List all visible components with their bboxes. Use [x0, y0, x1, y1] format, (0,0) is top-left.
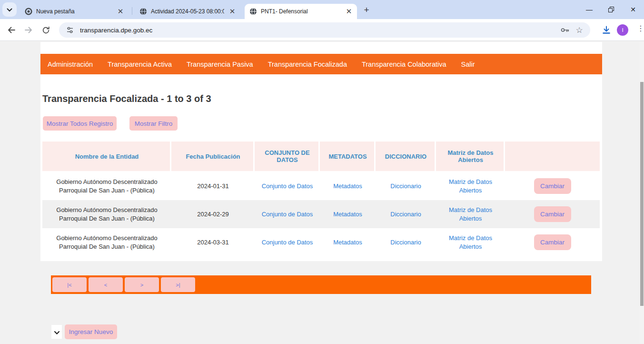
- change-button[interactable]: Cambiar: [534, 234, 571, 250]
- minimize-window-icon[interactable]: —: [578, 0, 600, 19]
- window-controls: — ✕: [578, 0, 644, 19]
- chevron-down-icon: [54, 328, 59, 336]
- browser-toolbar: transparencia.dpe.gob.ec ☆ I ⋮: [0, 19, 644, 41]
- records-dropdown[interactable]: [51, 325, 62, 339]
- table-row: Gobierno Autónomo Descentralizado Parroq…: [42, 228, 600, 256]
- page-viewport: Administración Transparencia Activa Tran…: [0, 41, 644, 344]
- header-metadata: METADATOS: [320, 142, 376, 171]
- download-icon[interactable]: [601, 24, 612, 36]
- chrome-icon: [25, 8, 32, 15]
- nav-transparencia-focalizada[interactable]: Transparencia Focalizada: [268, 61, 347, 68]
- previous-page-button[interactable]: <: [89, 277, 123, 292]
- open-data-matrix-link[interactable]: Matriz de Datos Abiertos: [442, 234, 499, 251]
- open-data-matrix-link[interactable]: Matriz de Datos Abiertos: [442, 178, 499, 194]
- bookmark-star-icon[interactable]: ☆: [574, 25, 585, 35]
- dictionary-link[interactable]: Diccionario: [390, 238, 421, 247]
- entity-name: Gobierno Autónomo Descentralizado Parroq…: [42, 228, 171, 256]
- header-open-data-matrix: Matriz de Datos Abiertos: [436, 142, 505, 171]
- entity-name: Gobierno Autónomo Descentralizado Parroq…: [42, 172, 171, 200]
- tab-title: PNT1- Defensorial: [261, 8, 341, 15]
- first-page-button[interactable]: |<: [52, 277, 87, 292]
- header-entity: Nombre de la Entidad: [42, 142, 171, 171]
- tab-search-button[interactable]: [2, 2, 17, 17]
- restore-window-icon[interactable]: [600, 0, 622, 19]
- dataset-link[interactable]: Conjunto de Datos: [262, 182, 313, 191]
- password-key-icon[interactable]: [560, 25, 570, 35]
- new-tab-button[interactable]: +: [361, 4, 372, 16]
- nav-transparencia-colaborativa[interactable]: Transparencia Colaborativa: [362, 61, 446, 68]
- dataset-link[interactable]: Conjunto de Datos: [262, 210, 313, 219]
- address-bar[interactable]: transparencia.dpe.gob.ec ☆: [59, 22, 590, 38]
- pagination-bar: |< < > >|: [51, 275, 591, 294]
- profile-avatar[interactable]: I: [617, 24, 628, 36]
- tab-title: Actividad 2024-05-23 08:00:00: [151, 8, 224, 15]
- header-date: Fecha Publicación: [171, 142, 255, 171]
- dictionary-link[interactable]: Diccionario: [390, 182, 421, 191]
- forward-icon[interactable]: [23, 24, 34, 36]
- nav-salir[interactable]: Salir: [461, 61, 475, 68]
- site-settings-icon[interactable]: [65, 25, 75, 35]
- open-data-matrix-link[interactable]: Matriz de Datos Abiertos: [442, 206, 499, 223]
- tab-actividad[interactable]: Actividad 2024-05-23 08:00:00 ✕: [135, 4, 240, 19]
- new-record-button[interactable]: Ingresar Nuevo: [65, 324, 117, 339]
- show-all-records-button[interactable]: Mostrar Todos Registro: [43, 116, 117, 131]
- tab-pnt1-defensorial[interactable]: PNT1- Defensorial ✕: [245, 4, 357, 19]
- url-text[interactable]: transparencia.dpe.gob.ec: [80, 27, 560, 34]
- next-page-button[interactable]: >: [125, 277, 159, 292]
- footer-actions: Ingresar Nuevo: [51, 324, 117, 339]
- back-icon[interactable]: [6, 24, 17, 36]
- header-dataset: CONJUNTO DE DATOS: [255, 142, 320, 171]
- change-button[interactable]: Cambiar: [534, 178, 571, 194]
- action-buttons: Mostrar Todos Registro Mostrar Filtro: [43, 116, 178, 131]
- show-filter-button[interactable]: Mostrar Filtro: [129, 116, 178, 131]
- publication-date: 2024-01-31: [171, 172, 255, 200]
- header-actions: [505, 142, 600, 171]
- chevron-down-icon: [7, 5, 12, 14]
- scrollbar-thumb[interactable]: [640, 82, 644, 306]
- change-button[interactable]: Cambiar: [534, 206, 571, 222]
- table-row: Gobierno Autónomo Descentralizado Parroq…: [42, 200, 600, 228]
- page-title: Transparencia Focalizada - 1 to 3 of 3: [42, 93, 211, 104]
- globe-icon: [249, 8, 257, 15]
- metadata-link[interactable]: Metadatos: [333, 238, 362, 247]
- metadata-link[interactable]: Metadatos: [333, 182, 362, 191]
- table-header-row: Nombre de la Entidad Fecha Publicación C…: [42, 142, 600, 172]
- reload-icon[interactable]: [40, 24, 51, 36]
- close-tab-icon[interactable]: ✕: [228, 7, 237, 16]
- close-window-icon[interactable]: ✕: [622, 0, 644, 19]
- tab-nueva-pestana[interactable]: Nueva pestaña ✕: [20, 4, 129, 19]
- records-table: Nombre de la Entidad Fecha Publicación C…: [42, 142, 600, 256]
- page-scrollbar[interactable]: [640, 42, 644, 344]
- dataset-link[interactable]: Conjunto de Datos: [262, 238, 313, 247]
- table-row: Gobierno Autónomo Descentralizado Parroq…: [42, 172, 600, 200]
- browser-titlebar: Nueva pestaña ✕ Actividad 2024-05-23 08:…: [0, 0, 644, 19]
- header-dictionary: DICCIONARIO: [376, 142, 436, 171]
- dictionary-link[interactable]: Diccionario: [390, 210, 421, 219]
- nav-transparencia-pasiva[interactable]: Transparencia Pasiva: [187, 61, 253, 68]
- browser-menu-icon[interactable]: ⋮: [637, 24, 644, 33]
- site-navbar: Administración Transparencia Activa Tran…: [40, 54, 602, 74]
- close-tab-icon[interactable]: ✕: [116, 7, 125, 16]
- publication-date: 2024-03-31: [171, 228, 255, 256]
- publication-date: 2024-02-29: [171, 200, 255, 228]
- nav-transparencia-activa[interactable]: Transparencia Activa: [108, 61, 172, 68]
- close-tab-icon[interactable]: ✕: [345, 7, 353, 16]
- entity-name: Gobierno Autónomo Descentralizado Parroq…: [42, 200, 171, 228]
- tab-divider: [132, 7, 132, 15]
- tab-title: Nueva pestaña: [36, 8, 112, 15]
- globe-icon: [139, 8, 147, 15]
- nav-administracion[interactable]: Administración: [48, 61, 93, 68]
- metadata-link[interactable]: Metadatos: [333, 210, 362, 219]
- last-page-button[interactable]: >|: [161, 277, 195, 292]
